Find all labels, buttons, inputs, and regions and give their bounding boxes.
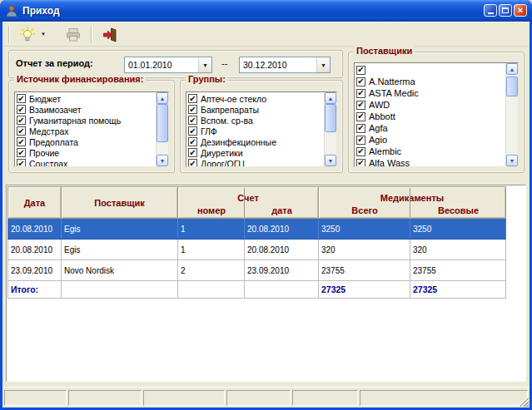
table-row[interactable]: 23.09.2010Novo Nordisk223.09.20102375523…: [7, 260, 506, 281]
checkbox-list-item[interactable]: ✔Alfa Wass: [355, 157, 505, 166]
scroll-up-button[interactable]: ▲: [325, 92, 336, 104]
checkbox-list-item[interactable]: ✔Дорог/ОГЦ: [186, 158, 324, 166]
invoice-date-cell[interactable]: 20.08.2010: [245, 240, 319, 260]
checkbox-checked-icon[interactable]: ✔: [188, 159, 197, 166]
checkbox-list-item[interactable]: ✔Диуретики: [186, 147, 324, 158]
status-bar: [2, 387, 530, 408]
report-button[interactable]: [17, 24, 38, 46]
groups-groupbox: Группы: ✔Аптеч-ое стекло✔Бакпрепараты✔Вс…: [180, 80, 343, 173]
invoice-date-cell[interactable]: 23.09.2010: [245, 260, 319, 281]
combo-dropdown-button[interactable]: ▼: [316, 57, 330, 72]
invoice-number-cell[interactable]: 1: [178, 240, 245, 260]
checkbox-list-item[interactable]: ✔AWD: [355, 99, 505, 111]
checkbox-checked-icon[interactable]: ✔: [356, 66, 365, 75]
checkbox-checked-icon[interactable]: ✔: [356, 159, 365, 167]
checkbox-checked-icon[interactable]: ✔: [356, 124, 365, 133]
minimize-button[interactable]: [484, 4, 497, 17]
checkbox-checked-icon[interactable]: ✔: [17, 94, 26, 103]
scrollbar-thumb[interactable]: [325, 104, 336, 132]
meds-weight-cell[interactable]: 23755: [410, 260, 506, 281]
meds-weight-cell[interactable]: 320: [410, 240, 506, 260]
checkbox-checked-icon[interactable]: ✔: [356, 101, 365, 110]
checkbox-list-item[interactable]: ✔Бакпрепараты: [186, 104, 324, 115]
checkbox-checked-icon[interactable]: ✔: [356, 136, 365, 145]
meds-total-cell[interactable]: 3250: [319, 219, 410, 240]
period-from-combobox[interactable]: 01.01.2010 ▼: [124, 57, 212, 73]
checkbox-checked-icon[interactable]: ✔: [356, 147, 365, 156]
scrollbar-track[interactable]: [157, 104, 168, 155]
checkbox-checked-icon[interactable]: ✔: [356, 112, 365, 121]
checkbox-list-item[interactable]: ✔Предоплата: [15, 136, 156, 147]
checkbox-checked-icon[interactable]: ✔: [188, 105, 197, 114]
checkbox-list-item[interactable]: ✔Взаимозачет: [15, 104, 156, 115]
close-button[interactable]: ×: [514, 4, 527, 17]
checkbox-list-item[interactable]: ✔ASTA Medic: [355, 87, 505, 99]
combo-dropdown-button[interactable]: ▼: [198, 57, 211, 72]
checkbox-list-item[interactable]: ✔Гуманитарная помощь: [15, 115, 156, 126]
checkbox-list-item[interactable]: ✔A.Natterma: [355, 76, 505, 87]
scrollbar-thumb[interactable]: [506, 77, 518, 96]
scrollbar[interactable]: ▲ ▼: [324, 92, 336, 166]
checkbox-list-item[interactable]: ✔Прочие: [15, 147, 156, 158]
checkbox-checked-icon[interactable]: ✔: [17, 126, 26, 136]
checkbox-checked-icon[interactable]: ✔: [17, 116, 26, 125]
checkbox-list-item[interactable]: ✔Agfa: [355, 122, 505, 134]
scrollbar-track[interactable]: [325, 104, 336, 155]
checkbox-list-item[interactable]: ✔ГЛФ: [186, 126, 324, 136]
checkbox-list-item[interactable]: ✔Бюджет: [15, 93, 156, 104]
scroll-up-button[interactable]: ▲: [506, 63, 518, 75]
invoice-number-cell[interactable]: 1: [178, 219, 245, 240]
checkbox-list-item[interactable]: ✔Соцстрах: [15, 158, 156, 166]
checkbox-checked-icon[interactable]: ✔: [356, 89, 365, 98]
checkbox-checked-icon[interactable]: ✔: [17, 148, 26, 157]
checkbox-list-item[interactable]: ✔Вспом. ср-ва: [186, 115, 324, 126]
invoice-date-cell[interactable]: 20.08.2010: [245, 219, 319, 240]
date-cell[interactable]: 20.08.2010: [7, 240, 62, 260]
checkbox-list-item[interactable]: ✔Alembic: [355, 146, 505, 157]
checkbox-list-item[interactable]: ✔Abbott: [355, 111, 505, 122]
date-cell[interactable]: 20.08.2010: [7, 219, 62, 240]
checkbox-checked-icon[interactable]: ✔: [188, 148, 197, 157]
checkbox-checked-icon[interactable]: ✔: [188, 137, 197, 146]
checkbox-list-item[interactable]: ✔Agio: [355, 134, 505, 146]
checkbox-checked-icon[interactable]: ✔: [356, 77, 365, 86]
chevron-down-icon[interactable]: ▼: [41, 32, 46, 37]
table-row[interactable]: 20.08.2010Egis120.08.2010320320: [7, 240, 506, 260]
scrollbar[interactable]: ▲ ▼: [505, 63, 518, 166]
scroll-up-button[interactable]: ▲: [157, 92, 168, 104]
funding-sources-list[interactable]: ✔Бюджет✔Взаимозачет✔Гуманитарная помощь✔…: [14, 91, 169, 167]
checkbox-list-item[interactable]: ✔: [355, 64, 505, 76]
maximize-button[interactable]: [499, 4, 512, 17]
supplier-cell[interactable]: Egis: [62, 240, 178, 260]
supplier-cell[interactable]: Egis: [62, 219, 178, 240]
invoice-number-cell[interactable]: 2: [178, 260, 245, 281]
date-cell[interactable]: 23.09.2010: [7, 260, 62, 281]
checkbox-list-item[interactable]: ✔Дезинфекционные: [186, 136, 324, 147]
checkbox-checked-icon[interactable]: ✔: [188, 126, 197, 136]
scrollbar[interactable]: ▲ ▼: [156, 92, 168, 166]
client-area: ▼ Отчет за период: 01.01.2010 ▼: [2, 22, 530, 408]
supplier-cell[interactable]: Novo Nordisk: [62, 260, 178, 281]
scrollbar-thumb[interactable]: [157, 104, 168, 142]
suppliers-list[interactable]: ✔✔A.Natterma✔ASTA Medic✔AWD✔Abbott✔Agfa✔…: [354, 62, 519, 167]
meds-total-cell[interactable]: 320: [319, 240, 410, 260]
checkbox-checked-icon[interactable]: ✔: [188, 94, 197, 103]
meds-total-cell[interactable]: 23755: [319, 260, 410, 281]
meds-weight-cell[interactable]: 3250: [410, 219, 506, 240]
table-row[interactable]: 20.08.2010Egis120.08.201032503250: [7, 219, 506, 240]
scroll-down-button[interactable]: ▼: [506, 155, 518, 166]
checkbox-checked-icon[interactable]: ✔: [188, 116, 197, 125]
groups-list[interactable]: ✔Аптеч-ое стекло✔Бакпрепараты✔Вспом. ср-…: [186, 91, 337, 167]
period-to-combobox[interactable]: 30.12.2010 ▼: [239, 57, 331, 73]
title-bar[interactable]: Приход ×: [0, 0, 532, 22]
print-button[interactable]: [62, 24, 84, 46]
checkbox-list-item[interactable]: ✔Аптеч-ое стекло: [186, 93, 324, 104]
checkbox-checked-icon[interactable]: ✔: [17, 137, 26, 146]
exit-button[interactable]: [99, 24, 121, 46]
checkbox-list-item[interactable]: ✔Медстрах: [15, 126, 156, 136]
checkbox-checked-icon[interactable]: ✔: [17, 159, 26, 166]
scroll-down-button[interactable]: ▼: [325, 155, 336, 166]
checkbox-checked-icon[interactable]: ✔: [17, 105, 26, 114]
scrollbar-track[interactable]: [506, 75, 518, 155]
scroll-down-button[interactable]: ▼: [157, 155, 168, 166]
